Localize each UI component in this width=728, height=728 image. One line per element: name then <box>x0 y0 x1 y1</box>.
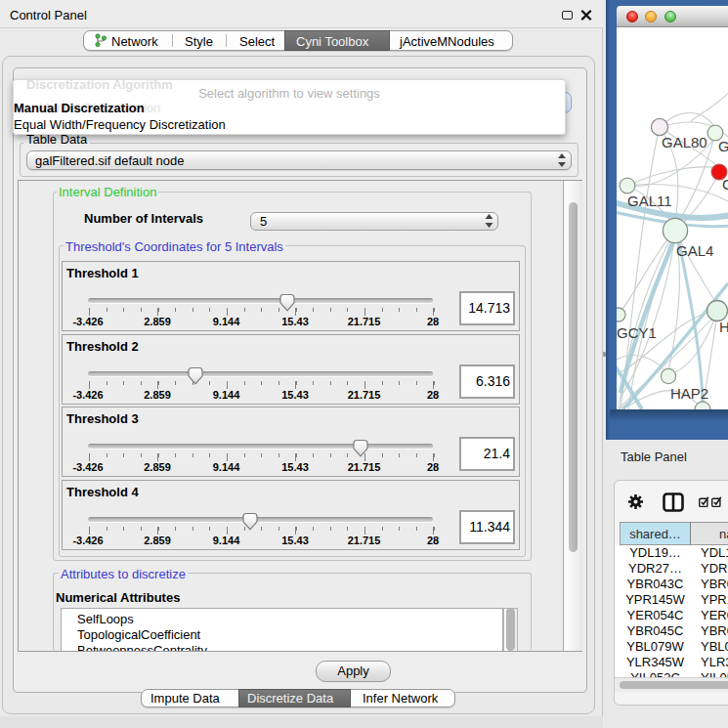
svg-text:C: C <box>722 176 728 193</box>
svg-text:GCY1: GCY1 <box>617 324 657 341</box>
svg-text:H: H <box>719 319 728 335</box>
svg-text:G: G <box>718 138 728 154</box>
svg-text:GAL4: GAL4 <box>676 242 713 259</box>
svg-text:HAP2: HAP2 <box>670 385 708 402</box>
svg-text:GAL80: GAL80 <box>662 134 707 150</box>
svg-text:GAL11: GAL11 <box>627 193 672 209</box>
